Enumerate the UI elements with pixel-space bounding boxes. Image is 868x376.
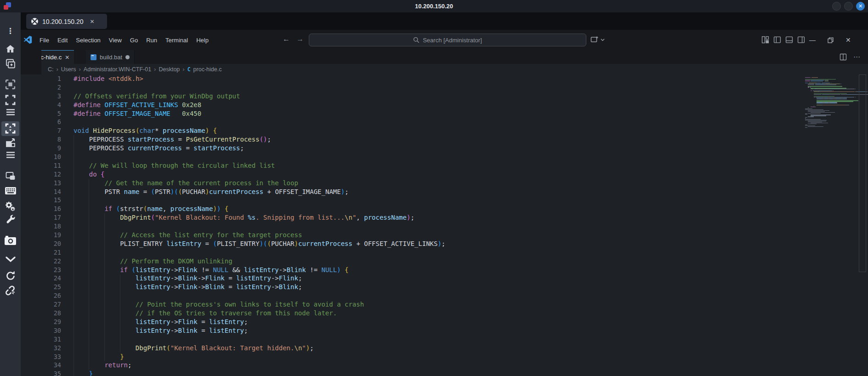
line-number: 32 — [21, 344, 61, 353]
keyboard-icon[interactable] — [0, 187, 21, 195]
breadcrumb-item[interactable]: C: — [48, 66, 54, 73]
window-maximize-button[interactable] — [844, 2, 853, 11]
code-line-14: 14 PSTR name = (PSTR)((PUCHAR)currentPro… — [21, 188, 868, 196]
tools-icon[interactable] — [0, 214, 21, 225]
code-line-1: 1#include <ntddk.h> — [21, 74, 868, 83]
menu-item-view[interactable]: View — [105, 35, 126, 46]
toolbar-menu-icon-2[interactable] — [0, 151, 21, 159]
line-number: 12 — [21, 170, 61, 179]
kebab-menu-icon[interactable]: ⋮ — [0, 26, 21, 36]
scale-window-icon[interactable] — [0, 137, 21, 148]
line-number: 27 — [21, 300, 61, 309]
vscode-close-icon[interactable]: ✕ — [845, 30, 851, 50]
code-editor[interactable]: 1#include <ntddk.h>23// Offsets verified… — [21, 74, 868, 376]
connection-tab-close-icon[interactable]: ✕ — [90, 18, 95, 25]
window-close-button[interactable]: ✕ — [856, 2, 865, 11]
code-line-29: 29 listEntry->Flink = listEntry; — [21, 318, 868, 326]
unsaved-dot-icon[interactable] — [125, 55, 130, 59]
code-line-24: 24 listEntry->Blink->Flink = listEntry->… — [21, 274, 868, 283]
code-line-13: 13 // Get the name of the current proces… — [21, 179, 868, 188]
menu-item-file[interactable]: File — [35, 35, 53, 46]
breadcrumb-item[interactable]: Desktop — [159, 66, 180, 73]
more-actions-icon[interactable]: ⋯ — [853, 53, 861, 61]
center-window-icon[interactable] — [0, 79, 21, 90]
nav-back-icon[interactable]: ← — [283, 35, 290, 43]
preferences-icon[interactable] — [0, 201, 21, 212]
line-number: 17 — [21, 213, 61, 222]
search-placeholder: Search [Administrator] — [423, 37, 482, 44]
breadcrumb-item[interactable]: proc-hide.c — [193, 66, 222, 73]
line-number: 20 — [21, 239, 61, 248]
menu-item-go[interactable]: Go — [126, 35, 142, 46]
line-number: 6 — [21, 118, 61, 126]
screenshot-icon[interactable] — [0, 235, 21, 245]
code-line-9: 9 PEPROCESS currentProcess = startProces… — [21, 144, 868, 153]
menu-item-edit[interactable]: Edit — [53, 35, 72, 46]
vscode-minimize-icon[interactable]: — — [809, 30, 816, 50]
menu-item-selection[interactable]: Selection — [72, 35, 104, 46]
line-number: 18 — [21, 222, 61, 231]
code-line-25: 25 listEntry->Flink->Blink = listEntry->… — [21, 283, 868, 291]
connection-icon — [31, 17, 39, 25]
customize-layout-icon[interactable] — [761, 36, 769, 44]
minimap-line — [805, 127, 858, 128]
line-number: 2 — [21, 83, 61, 92]
line-number: 9 — [21, 144, 61, 153]
code-lines: 1#include <ntddk.h>23// Offsets verified… — [21, 74, 868, 376]
multi-monitor-icon[interactable] — [0, 171, 21, 182]
new-connection-icon[interactable] — [0, 58, 21, 69]
toolbar-menu-icon[interactable] — [0, 108, 21, 116]
refresh-icon[interactable] — [0, 270, 21, 281]
line-number: 30 — [21, 326, 61, 335]
connection-tab-label: 10.200.150.20 — [42, 18, 84, 25]
editor-tab-build.bat[interactable]: build.bat — [86, 50, 135, 64]
chevron-down-icon[interactable] — [601, 38, 605, 41]
breadcrumb-separator: › — [79, 66, 81, 73]
vscode-titlebar: FileEditSelectionViewGoRunTerminalHelp ←… — [21, 30, 868, 50]
vscode-restore-icon[interactable] — [828, 30, 834, 50]
connection-tab[interactable]: 10.200.150.20 ✕ — [26, 14, 107, 29]
tab-close-icon[interactable]: ✕ — [65, 54, 69, 61]
menu-item-run[interactable]: Run — [142, 35, 161, 46]
code-line-20: 20 PLIST_ENTRY listEntry = (PLIST_ENTRY)… — [21, 239, 868, 248]
c-file-icon: C — [187, 66, 191, 73]
code-line-32: 32 DbgPrint("Kernel Blackout: Target hid… — [21, 344, 868, 353]
indent-guide — [104, 213, 105, 361]
fullscreen-icon[interactable] — [0, 94, 21, 106]
split-editor-icon[interactable] — [840, 53, 847, 61]
line-number: 28 — [21, 309, 61, 318]
line-number: 16 — [21, 205, 61, 213]
line-number: 26 — [21, 291, 61, 300]
code-line-35: 35 } — [21, 370, 868, 376]
scrollbar[interactable] — [859, 74, 866, 272]
code-line-8: 8 PEPROCESS startProcess = PsGetCurrentP… — [21, 135, 868, 144]
line-number: 34 — [21, 361, 61, 370]
code-line-12: 12 do { — [21, 170, 868, 179]
line-number: 33 — [21, 353, 61, 361]
code-line-6: 6 — [21, 118, 868, 126]
menu-item-help[interactable]: Help — [192, 35, 213, 46]
minimap[interactable] — [805, 77, 858, 128]
menu-item-terminal[interactable]: Terminal — [161, 35, 192, 46]
window-minimize-button[interactable] — [832, 2, 841, 11]
nav-forward-icon[interactable]: → — [296, 35, 304, 43]
home-icon[interactable] — [0, 44, 21, 54]
code-line-22: 22 // Perform the DKOM unlinking — [21, 257, 868, 266]
toggle-secondary-sidebar-icon[interactable] — [797, 36, 805, 44]
code-line-16: 16 if (strstr(name, processName)) { — [21, 205, 868, 213]
fit-window-icon[interactable] — [0, 123, 21, 134]
breadcrumb-item[interactable]: Users — [61, 66, 76, 73]
command-center-search[interactable]: Search [Administrator] — [309, 34, 586, 46]
editor-tabbar: ⋯ Cproc-hide.c✕build.bat — [21, 50, 868, 64]
line-number: 31 — [21, 335, 61, 344]
remote-toolbar: ⋮ — [0, 12, 21, 376]
toggle-panel-icon[interactable] — [785, 36, 793, 44]
toggle-primary-sidebar-icon[interactable] — [773, 36, 781, 44]
breadcrumb[interactable]: C:›Users›Administrator.WIN-CTF-01›Deskto… — [21, 64, 868, 74]
disconnect-icon[interactable] — [0, 285, 21, 296]
menu-bar: FileEditSelectionViewGoRunTerminalHelp — [35, 30, 213, 50]
breadcrumb-item[interactable]: Administrator.WIN-CTF-01 — [84, 66, 151, 73]
line-number: 3 — [21, 92, 61, 101]
new-window-icon[interactable] — [590, 36, 599, 43]
collapse-toolbar-icon[interactable] — [0, 256, 21, 262]
